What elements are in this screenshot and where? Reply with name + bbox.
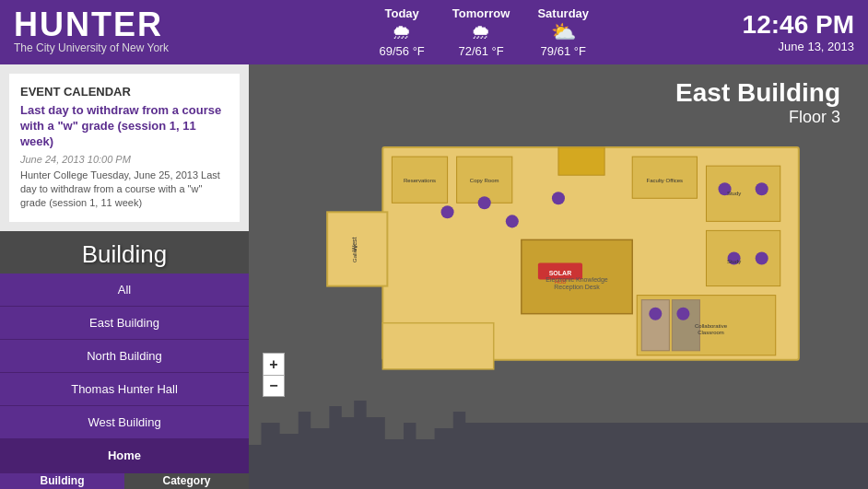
map-area: East Building Floor 3 bbox=[249, 64, 868, 489]
event-date: June 24, 2013 10:00 PM bbox=[20, 154, 229, 165]
svg-rect-6 bbox=[706, 166, 780, 221]
zoom-out-button[interactable]: − bbox=[263, 375, 285, 397]
bottom-tabs: Building Category bbox=[0, 472, 249, 489]
event-desc: Hunter College Tuesday, June 25, 2013 La… bbox=[20, 169, 229, 211]
weather-saturday-label: Saturday bbox=[537, 6, 589, 20]
svg-point-16 bbox=[552, 192, 565, 204]
nav-home[interactable]: Home bbox=[0, 439, 249, 472]
header: HUNTER The City University of New York T… bbox=[0, 0, 868, 64]
tab-building[interactable]: Building bbox=[0, 472, 124, 489]
logo-area: HUNTER The City University of New York bbox=[14, 8, 226, 56]
svg-text:Electronic Knowledge: Electronic Knowledge bbox=[545, 276, 608, 284]
floor-plan-svg: SOLAR HUB West Gallery Reservations Copy… bbox=[286, 120, 850, 406]
weather-area: Today 🌧 69/56 °F Tomorrow 🌧 72/61 °F Sat… bbox=[226, 6, 743, 58]
event-calendar-title: EVENT CALENDAR bbox=[20, 85, 229, 99]
weather-tomorrow-label: Tomorrow bbox=[452, 6, 510, 20]
svg-text:Copy Room: Copy Room bbox=[470, 178, 499, 183]
building-nav: All East Building North Building Thomas … bbox=[0, 274, 249, 472]
svg-text:Study: Study bbox=[727, 191, 741, 196]
weather-saturday-icon: ⛅ bbox=[537, 20, 589, 44]
svg-point-21 bbox=[756, 251, 768, 264]
building-section-title: Building bbox=[0, 231, 249, 274]
weather-today-label: Today bbox=[380, 6, 425, 20]
svg-point-23 bbox=[676, 308, 689, 320]
left-panel: EVENT CALENDAR Last day to withdraw from… bbox=[0, 64, 249, 489]
event-calendar: EVENT CALENDAR Last day to withdraw from… bbox=[9, 74, 240, 222]
svg-text:Reservations: Reservations bbox=[404, 178, 436, 183]
weather-tomorrow-temp: 72/61 °F bbox=[452, 44, 510, 58]
svg-rect-2 bbox=[382, 323, 493, 369]
weather-saturday-temp: 79/61 °F bbox=[537, 44, 589, 58]
svg-text:Study: Study bbox=[727, 259, 741, 264]
weather-tomorrow: Tomorrow 🌧 72/61 °F bbox=[452, 6, 510, 58]
svg-text:Faculty Offices: Faculty Offices bbox=[647, 178, 684, 183]
weather-today-temp: 69/56 °F bbox=[380, 44, 425, 58]
svg-point-13 bbox=[441, 205, 454, 218]
svg-text:Gallery: Gallery bbox=[352, 245, 358, 262]
weather-saturday: Saturday ⛅ 79/61 °F bbox=[537, 6, 589, 58]
zoom-in-button[interactable]: + bbox=[263, 353, 285, 375]
logo-subtitle: The City University of New York bbox=[14, 41, 226, 56]
nav-north[interactable]: North Building bbox=[0, 340, 249, 373]
floor-plan-container: SOLAR HUB West Gallery Reservations Copy… bbox=[286, 120, 850, 406]
nav-east[interactable]: East Building bbox=[0, 307, 249, 340]
clock-date: June 13, 2013 bbox=[743, 40, 854, 53]
clock-time: 12:46 PM bbox=[743, 11, 854, 40]
svg-point-22 bbox=[649, 308, 662, 320]
svg-rect-3 bbox=[558, 147, 604, 175]
svg-text:Classroom: Classroom bbox=[698, 330, 724, 335]
zoom-controls: + − bbox=[263, 353, 285, 397]
logo-hunter: HUNTER bbox=[14, 8, 226, 41]
clock-area: 12:46 PM June 13, 2013 bbox=[743, 11, 854, 53]
building-section: Building All East Building North Buildin… bbox=[0, 231, 249, 472]
weather-tomorrow-icon: 🌧 bbox=[452, 20, 510, 44]
svg-text:Reception Desk: Reception Desk bbox=[554, 284, 600, 291]
svg-rect-7 bbox=[706, 230, 780, 285]
nav-west[interactable]: West Building bbox=[0, 406, 249, 439]
event-name: Last day to withdraw from a course with … bbox=[20, 103, 229, 150]
map-building-name: East Building bbox=[675, 78, 840, 108]
nav-thomas[interactable]: Thomas Hunter Hall bbox=[0, 373, 249, 406]
svg-point-15 bbox=[506, 215, 519, 227]
weather-today: Today 🌧 69/56 °F bbox=[380, 6, 425, 58]
svg-point-19 bbox=[756, 182, 768, 195]
svg-point-14 bbox=[478, 196, 491, 209]
main-content: EVENT CALENDAR Last day to withdraw from… bbox=[0, 64, 868, 489]
weather-today-icon: 🌧 bbox=[380, 20, 425, 44]
svg-text:Collaborative: Collaborative bbox=[695, 323, 728, 329]
tab-category[interactable]: Category bbox=[124, 472, 249, 489]
nav-all[interactable]: All bbox=[0, 274, 249, 307]
svg-text:SOLAR: SOLAR bbox=[549, 270, 572, 276]
